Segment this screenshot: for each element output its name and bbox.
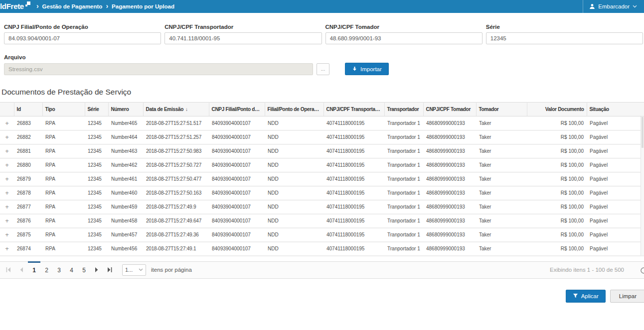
column-header-serie[interactable]: Série	[85, 103, 108, 116]
pager-page-5[interactable]: 5	[78, 261, 90, 278]
pager-page-1[interactable]: 1	[28, 261, 40, 278]
cell-cnpj-cpf-tomador: 48680999000193	[423, 158, 476, 172]
refresh-icon[interactable]	[640, 266, 644, 275]
column-header-numero[interactable]: Número	[108, 103, 143, 116]
column-header-cnpj-filial-ponto-operacao[interactable]: CNPJ Filial/Ponto de Operaç...	[209, 103, 265, 116]
page-size-dropdown[interactable]: 1...	[122, 264, 146, 276]
cell-tomador: Taker	[476, 186, 527, 200]
cell-tipo: RPA	[42, 228, 85, 242]
column-header-expand	[0, 103, 14, 116]
expand-row-icon[interactable]: +	[5, 147, 9, 155]
cell-tipo: RPA	[42, 172, 85, 186]
cell-situacao: Pagável	[587, 158, 644, 172]
column-header-id[interactable]: Id	[14, 103, 42, 116]
pager-page-2[interactable]: 2	[40, 261, 53, 278]
breadcrumb-chevron-icon: ›	[106, 2, 108, 10]
cell-data-de-emissao: 2018-08-27T15:27:49.647	[143, 214, 209, 228]
download-icon	[352, 66, 357, 72]
app-logo: ldFrete	[0, 0, 30, 12]
cell-serie: 12345	[85, 228, 108, 242]
cell-data-de-emissao: 2018-08-27T15:27:49.36	[143, 228, 209, 242]
user-menu-label: Embarcador	[598, 3, 630, 9]
column-header-tomador[interactable]: Tomador	[476, 103, 527, 116]
sort-desc-icon: ↓	[185, 107, 188, 112]
expand-row-icon[interactable]: +	[5, 189, 9, 197]
column-header-filial-ponto-operacao[interactable]: Filial/Ponto de Operação	[265, 103, 323, 116]
apply-button[interactable]: Aplicar	[566, 290, 606, 303]
cell-filial-ponto-operacao: NDD	[265, 116, 323, 130]
column-header-valor-documento[interactable]: Valor Documento	[527, 103, 587, 116]
cell-cnpj-cpf-transportador: 40741118000195	[323, 242, 384, 256]
pager-first-button[interactable]	[2, 261, 15, 278]
cell-situacao: Pagável	[587, 116, 644, 130]
clear-button[interactable]: Limpar	[610, 290, 644, 303]
serie-input[interactable]	[486, 32, 643, 44]
expand-row-icon[interactable]: +	[5, 231, 9, 238]
first-page-icon	[6, 267, 11, 272]
field-cnpj-transportador: CNPJ/CPF Transportador	[164, 24, 322, 44]
cell-id: 26883	[14, 116, 42, 130]
cell-cnpj-cpf-tomador: 48680999000193	[423, 116, 476, 130]
cell-cnpj-cpf-transportador: 40741118000195	[323, 172, 384, 186]
cell-numero: Number460	[108, 186, 143, 200]
breadcrumb-item[interactable]: Gestão de Pagamento	[42, 3, 103, 9]
column-header-situacao[interactable]: Situação	[587, 103, 644, 116]
expand-row-icon[interactable]: +	[5, 217, 9, 224]
documents-grid: IdTipoSérieNúmeroData de Emissão↓CNPJ Fi…	[0, 102, 644, 256]
cnpj-tomador-input[interactable]	[325, 32, 483, 44]
chevron-down-icon	[633, 5, 637, 8]
cnpj-filial-input[interactable]	[4, 32, 161, 44]
cell-transportador: Tranportador 1	[384, 172, 423, 186]
breadcrumb-item[interactable]: Pagamento por Upload	[112, 3, 174, 9]
table-row: +26879RPA12345Number4612018-08-27T15:27:…	[0, 172, 644, 186]
cell-valor-documento: R$ 100,00	[527, 172, 587, 186]
expand-row-icon[interactable]: +	[5, 161, 9, 169]
cell-data-de-emissao: 2018-08-27T15:27:50.983	[143, 144, 209, 158]
chevron-down-icon	[139, 268, 143, 271]
cell-valor-documento: R$ 100,00	[527, 242, 587, 256]
cell-tomador: Taker	[476, 144, 527, 158]
cell-numero: Number464	[108, 130, 143, 144]
browse-button[interactable]: ...	[317, 63, 329, 75]
cell-id: 26877	[14, 200, 42, 214]
cell-filial-ponto-operacao: NDD	[265, 144, 323, 158]
cell-transportador: Tranportador 1	[384, 116, 423, 130]
column-header-transportador[interactable]: Transportador	[384, 103, 423, 116]
field-cnpj-filial: CNPJ Filial/Ponto de Operação	[4, 24, 161, 44]
expand-cell: +	[0, 228, 14, 242]
pager-page-3[interactable]: 3	[53, 261, 65, 278]
cell-transportador: Tranportador 1	[384, 144, 423, 158]
expand-row-icon[interactable]: +	[5, 245, 9, 252]
expand-cell: +	[0, 144, 14, 158]
next-page-icon	[94, 267, 99, 272]
pager-page-4[interactable]: 4	[65, 261, 78, 278]
last-page-icon	[107, 267, 112, 272]
cell-situacao: Pagável	[587, 186, 644, 200]
items-per-page-label: itens por página	[151, 267, 192, 273]
grid-vertical-scrollbar[interactable]	[641, 116, 644, 255]
cell-valor-documento: R$ 100,00	[527, 214, 587, 228]
expand-row-icon[interactable]: +	[5, 175, 9, 183]
cell-filial-ponto-operacao: NDD	[265, 172, 323, 186]
cell-cnpj-cpf-tomador: 48680999000193	[423, 130, 476, 144]
pager-prev-button[interactable]	[15, 261, 28, 278]
pager-last-button[interactable]	[103, 261, 116, 278]
cell-filial-ponto-operacao: NDD	[265, 200, 323, 214]
cnpj-transportador-input[interactable]	[164, 32, 322, 44]
cnpj-tomador-label: CNPJ/CPF Tomador	[325, 24, 483, 30]
column-header-tipo[interactable]: Tipo	[42, 103, 85, 116]
user-menu[interactable]: Embarcador	[583, 0, 644, 13]
cell-id: 26878	[14, 186, 42, 200]
column-header-data-de-emissao[interactable]: Data de Emissão↓	[143, 103, 209, 116]
column-header-cnpj-cpf-tomador[interactable]: CNPJ/CPF Tomador	[423, 103, 476, 116]
import-button[interactable]: Importar	[345, 63, 389, 75]
cell-data-de-emissao: 2018-08-27T15:27:51.257	[143, 130, 209, 144]
expand-row-icon[interactable]: +	[5, 203, 9, 211]
pager-pages: 12345	[28, 261, 90, 278]
cell-id: 26880	[14, 158, 42, 172]
pager-next-button[interactable]	[90, 261, 103, 278]
expand-row-icon[interactable]: +	[5, 133, 9, 141]
column-header-cnpj-cpf-transportador[interactable]: CNPJ/CPF Transportador	[323, 103, 384, 116]
expand-row-icon[interactable]: +	[5, 119, 9, 127]
cell-tomador: Taker	[476, 172, 527, 186]
